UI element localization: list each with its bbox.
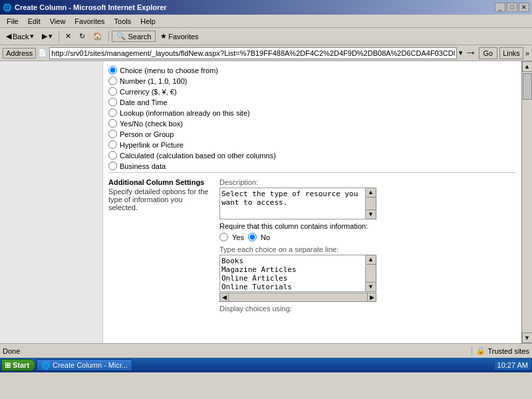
content-panel: Choice (menu to choose from) Number (1, … [103, 61, 521, 343]
radio-yesno[interactable] [108, 119, 117, 128]
radio-business-label: Business data [120, 162, 166, 170]
hscroll-track [229, 293, 367, 302]
search-label: Search [128, 33, 151, 41]
choices-scroll-down-icon[interactable]: ▼ [366, 282, 376, 291]
navigate-icon[interactable]: → [465, 46, 477, 60]
settings-right-pane: Description: ▲ ▼ Require that this colum… [219, 178, 516, 314]
left-panel [0, 61, 103, 343]
require-yes-label: Yes [232, 233, 244, 241]
taskbar-window-label: Create Column - Micr... [53, 361, 128, 369]
go-button[interactable]: Go [479, 47, 498, 59]
choices-container: ▲ ▼ [219, 255, 516, 292]
favorites-label: Favorites [168, 33, 198, 41]
desc-label: Description: [219, 178, 516, 186]
radio-person[interactable] [108, 130, 117, 138]
forward-dropdown-icon: ▾ [49, 32, 53, 41]
radio-options-list: Choice (menu to choose from) Number (1, … [108, 66, 516, 170]
trusted-label: Trusted sites [487, 347, 529, 355]
radio-datetime-label: Date and Time [120, 98, 168, 106]
taskbar-ie-item[interactable]: 🌐 Create Column - Micr... [37, 359, 132, 371]
status-trusted-area: 🔒 Trusted sites [471, 346, 529, 355]
links-chevron-icon: » [525, 49, 529, 57]
hscroll-left-icon[interactable]: ◀ [219, 293, 229, 302]
scroll-up-icon[interactable]: ▲ [366, 188, 376, 198]
radio-calculated-label: Calculated (calculation based on other c… [120, 152, 276, 160]
radio-yesno-label: Yes/No (check box) [120, 120, 183, 128]
radio-row-hyperlink: Hyperlink or Picture [108, 140, 516, 149]
require-label: Require that this column contains inform… [219, 222, 368, 230]
back-dropdown-icon: ▾ [30, 32, 34, 41]
radio-row-number: Number (1, 1.0, 100) [108, 76, 516, 85]
radio-choice-label: Choice (menu to choose from) [120, 66, 218, 74]
back-arrow-icon: ◀ [6, 32, 11, 41]
toolbar-separator-2 [108, 31, 109, 43]
scroll-down-button[interactable]: ▼ [522, 332, 533, 343]
forward-button[interactable]: ▶ ▾ [39, 29, 56, 44]
window-title: Create Column - Microsoft Internet Explo… [15, 3, 167, 11]
require-no-radio[interactable] [248, 233, 257, 241]
radio-row-business: Business data [108, 162, 516, 170]
status-done-text: Done [3, 347, 469, 355]
windows-icon: ⊞ [5, 361, 11, 370]
radio-datetime[interactable] [108, 98, 117, 106]
star-icon: ★ [160, 32, 167, 41]
menu-help[interactable]: Help [136, 17, 160, 26]
desc-scroll: ▲ ▼ [366, 188, 376, 219]
back-button[interactable]: ◀ Back ▾ [3, 29, 37, 44]
address-bar: Address 📄 ▾ → Go Links » [0, 45, 532, 61]
radio-row-choice: Choice (menu to choose from) [108, 66, 516, 74]
scroll-thumb[interactable] [523, 73, 532, 100]
address-dropdown-icon[interactable]: ▾ [459, 49, 463, 57]
maximize-button[interactable]: □ [507, 3, 517, 12]
additional-settings-section: Additional Column Settings Specify detai… [108, 172, 516, 319]
radio-number[interactable] [108, 76, 117, 85]
scroll-down-icon[interactable]: ▼ [366, 209, 376, 219]
taskbar-ie-icon: 🌐 [41, 361, 51, 370]
links-button[interactable]: Links [499, 47, 523, 59]
radio-row-lookup: Lookup (information already on this site… [108, 108, 516, 117]
radio-row-calculated: Calculated (calculation based on other c… [108, 151, 516, 160]
menu-favorites[interactable]: Favorites [70, 17, 108, 26]
radio-row-person: Person or Group [108, 130, 516, 138]
stop-button[interactable]: ✕ [62, 29, 74, 44]
radio-hyperlink-label: Hyperlink or Picture [120, 141, 184, 149]
radio-calculated[interactable] [108, 151, 117, 160]
menu-view[interactable]: View [46, 17, 70, 26]
scroll-up-button[interactable]: ▲ [522, 61, 533, 72]
radio-choice[interactable] [108, 66, 117, 74]
description-textarea[interactable] [219, 188, 366, 219]
menu-tools[interactable]: Tools [110, 17, 136, 26]
taskbar: ⊞ Start 🌐 Create Column - Micr... 10:27 … [0, 358, 532, 372]
settings-title: Additional Column Settings [108, 178, 211, 186]
radio-person-label: Person or Group [120, 130, 174, 138]
app-icon: 🌐 [3, 3, 12, 12]
minimize-button[interactable]: _ [495, 3, 505, 12]
search-glass-icon: 🔍 [116, 32, 126, 41]
radio-lookup[interactable] [108, 108, 117, 117]
clock: 10:27 AM [495, 360, 531, 370]
address-input[interactable] [49, 47, 456, 59]
menu-edit[interactable]: Edit [24, 17, 45, 26]
choices-scroll-up-icon[interactable]: ▲ [366, 255, 376, 265]
hscroll-right-icon[interactable]: ▶ [367, 293, 376, 302]
radio-hyperlink[interactable] [108, 140, 117, 149]
back-label: Back [13, 33, 29, 41]
radio-currency[interactable] [108, 87, 117, 96]
menu-file[interactable]: File [3, 17, 23, 26]
home-button[interactable]: 🏠 [90, 29, 106, 44]
favorites-button[interactable]: ★ Favorites [157, 29, 201, 44]
require-yes-radio[interactable] [219, 233, 228, 241]
refresh-button[interactable]: ↻ [76, 29, 88, 44]
choices-textarea[interactable] [219, 255, 366, 292]
address-label: Address [3, 48, 36, 59]
menu-bar: File Edit View Favorites Tools Help [0, 15, 532, 28]
start-label: Start [13, 361, 29, 369]
forward-arrow-icon: ▶ [42, 32, 47, 41]
close-button[interactable]: ✕ [519, 3, 529, 12]
start-button[interactable]: ⊞ Start [1, 359, 35, 371]
require-row: Require that this column contains inform… [219, 222, 516, 230]
search-button[interactable]: 🔍 Search [112, 31, 156, 42]
radio-business[interactable] [108, 162, 117, 170]
toolbar: ◀ Back ▾ ▶ ▾ ✕ ↻ 🏠 🔍 Search ★ Favorites [0, 28, 532, 45]
home-icon: 🏠 [93, 32, 102, 41]
